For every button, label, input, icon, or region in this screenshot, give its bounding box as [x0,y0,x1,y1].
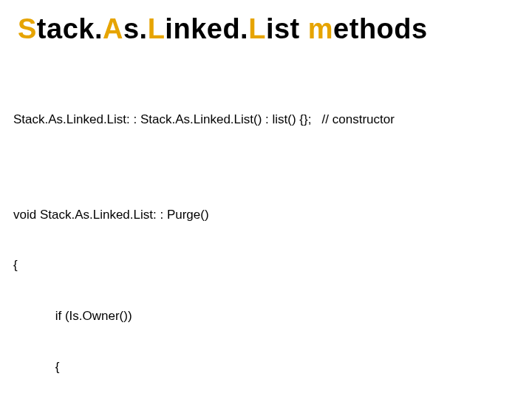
title-accent-2: A [103,13,123,44]
code-line-constructor: Stack.As.Linked.List: : Stack.As.Linked.… [13,112,514,129]
code-line-purge-decl: void Stack.As.Linked.List: : Purge() [13,207,514,224]
title-part-2: s. [123,13,148,44]
title-accent-5: m [308,13,333,44]
code-block: Stack.As.Linked.List: : Stack.As.Linked.… [13,78,514,399]
title-part-4: ist [266,13,308,44]
title-accent-1: S [18,13,37,44]
title-accent-3: L [148,13,166,44]
code-line-if: if (Is.Owner()) [13,308,514,325]
slide: Stack.As.Linked.List methods Stack.As.Li… [0,0,532,399]
code-line-if-open: { [13,359,514,376]
title-part-5: ethods [333,13,428,44]
title-part-1: tack. [37,13,103,44]
title-part-3: inked. [165,13,248,44]
code-line-open-brace: { [13,257,514,274]
slide-title: Stack.As.Linked.List methods [18,13,514,45]
title-accent-4: L [248,13,266,44]
